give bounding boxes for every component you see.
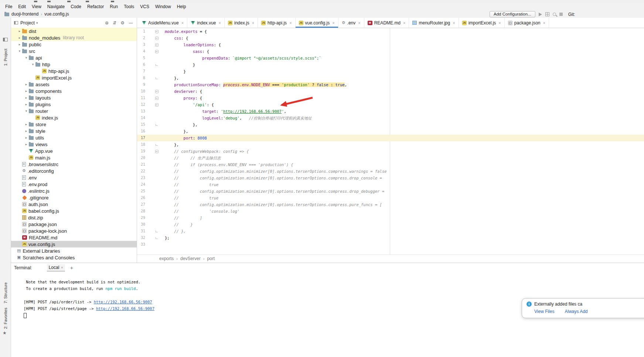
- terminal-tab-local[interactable]: Local×: [47, 264, 65, 272]
- close-icon[interactable]: ×: [252, 21, 254, 25]
- tree-item-utils[interactable]: ▸utils: [11, 134, 137, 141]
- tab-menurouter-jpg[interactable]: menuRouter.jpg×: [409, 18, 459, 28]
- tree-item-plugins[interactable]: ▸plugins: [11, 101, 137, 108]
- tree-item-external-libraries[interactable]: External Libraries: [11, 247, 137, 254]
- fold-collapse-icon[interactable]: −: [155, 97, 159, 100]
- chevron-right-icon[interactable]: ▸: [17, 29, 22, 33]
- code-line[interactable]: 28 // 'console.log': [137, 208, 644, 215]
- code-line[interactable]: 14 logLevel:'debug', //控制台终端打印代理前的真实地址: [137, 115, 644, 121]
- tree-item-vue-config-js[interactable]: vue.config.js: [11, 241, 137, 247]
- fold-end-icon[interactable]: [156, 77, 158, 79]
- close-icon[interactable]: ×: [453, 21, 455, 25]
- code-line[interactable]: 19− // configureWebpack: config => {: [137, 148, 644, 155]
- code-line[interactable]: 2− css: {: [137, 35, 644, 41]
- code-line[interactable]: 32};: [137, 235, 644, 241]
- close-icon[interactable]: ×: [358, 21, 360, 25]
- tree-item-views[interactable]: ▸views: [11, 141, 137, 148]
- tab-index-vue[interactable]: index.vue×: [187, 18, 225, 28]
- tree-item-dist[interactable]: ▸dist: [11, 28, 137, 34]
- tab-http-api-js[interactable]: http-api.js×: [258, 18, 295, 28]
- tab-importexcel-js[interactable]: importExcel.js×: [459, 18, 505, 28]
- code-editor[interactable]: 1−module.exports = {2− css: {3− loaderOp…: [137, 28, 644, 255]
- menu-file[interactable]: File: [2, 3, 15, 10]
- new-terminal-button[interactable]: +: [70, 265, 73, 271]
- fold-end-icon[interactable]: [156, 64, 158, 66]
- menu-navigate[interactable]: Navigate: [44, 3, 68, 10]
- tree-item-browserslistrc[interactable]: .browserslistrc: [11, 161, 137, 168]
- breadcrumb-project[interactable]: duoji-frontend: [11, 11, 38, 17]
- fold-end-icon[interactable]: [156, 144, 158, 146]
- locate-icon[interactable]: ⊕: [105, 20, 109, 26]
- tree-item-editorconfig[interactable]: .editorconfig: [11, 168, 137, 174]
- close-icon[interactable]: ×: [543, 21, 545, 25]
- favorites-star-icon[interactable]: ★: [3, 330, 7, 336]
- fold-collapse-icon[interactable]: −: [155, 90, 159, 93]
- code-line[interactable]: 13 target: 'http://192.168.66.56:9007',: [137, 108, 644, 115]
- crumb-devserver[interactable]: devServer: [180, 256, 201, 261]
- services-icon[interactable]: [545, 12, 549, 16]
- code-line[interactable]: 16 },: [137, 128, 644, 135]
- menu-vcs[interactable]: VCS: [137, 3, 152, 10]
- code-line[interactable]: 1−module.exports = {: [137, 28, 644, 35]
- tree-item-app-vue[interactable]: App.vue: [11, 148, 137, 154]
- crumb-exports[interactable]: exports: [159, 256, 174, 261]
- close-icon[interactable]: ×: [61, 265, 63, 270]
- fold-end-icon[interactable]: [156, 230, 158, 232]
- fold-collapse-icon[interactable]: −: [155, 30, 159, 33]
- close-icon[interactable]: ×: [289, 21, 292, 25]
- tab-env[interactable]: .env×: [338, 18, 364, 28]
- project-tool-window-icon[interactable]: [3, 38, 8, 41]
- close-icon[interactable]: ×: [498, 21, 501, 25]
- code-line[interactable]: 21 // if (process.env.NODE_ENV === 'prod…: [137, 161, 644, 168]
- code-line[interactable]: 3− loaderOptions: {: [137, 41, 644, 48]
- fold-collapse-icon[interactable]: −: [155, 43, 159, 47]
- tree-item-store[interactable]: ▸store: [11, 121, 137, 128]
- code-line[interactable]: 29 // ]: [137, 215, 644, 221]
- code-line[interactable]: 8 },: [137, 75, 644, 81]
- chevron-right-icon[interactable]: ▸: [24, 136, 29, 139]
- menu-window[interactable]: Window: [152, 3, 174, 10]
- tree-item-components[interactable]: ▸components: [11, 88, 137, 94]
- chevron-right-icon[interactable]: ▸: [24, 142, 29, 146]
- chevron-down-icon[interactable]: ▾: [30, 63, 35, 66]
- tree-item-style[interactable]: ▸style: [11, 128, 137, 134]
- tree-item-api[interactable]: ▾api: [11, 54, 137, 61]
- code-line[interactable]: 10− devServer: {: [137, 88, 644, 95]
- code-line[interactable]: 24 // true: [137, 181, 644, 188]
- add-configuration-button[interactable]: Add Configuration...: [490, 11, 535, 17]
- tree-item-eslintrc-js[interactable]: .eslintrc.js: [11, 188, 137, 194]
- code-line[interactable]: 18 },: [137, 141, 644, 148]
- code-line[interactable]: 5 prependData: `@import "~@/assets/scss/…: [137, 55, 644, 61]
- chevron-right-icon[interactable]: ▸: [24, 82, 29, 86]
- search-icon[interactable]: [553, 13, 556, 16]
- code-line[interactable]: 4− sass: {: [137, 48, 644, 55]
- menu-view[interactable]: View: [29, 3, 44, 10]
- code-line[interactable]: 17 port: 8008: [137, 135, 644, 141]
- code-line[interactable]: 9 productionSourceMap: process.env.NODE_…: [137, 81, 644, 88]
- tree-item-node-modules[interactable]: ▸node_moduleslibrary root: [11, 34, 137, 41]
- hide-icon[interactable]: —: [129, 20, 133, 26]
- always-add-link[interactable]: Always Add: [565, 309, 587, 314]
- code-line[interactable]: 20 // // 生产去除日志: [137, 155, 644, 161]
- tree-item-dist-zip[interactable]: dist.zip: [11, 214, 137, 221]
- code-line[interactable]: 12− '/api': {: [137, 101, 644, 108]
- breadcrumb-file[interactable]: vue.config.js: [44, 11, 69, 17]
- close-icon[interactable]: ×: [332, 21, 334, 25]
- code-line[interactable]: 27 // config.optimization.minimizer[0].o…: [137, 201, 644, 208]
- chevron-right-icon[interactable]: ▸: [24, 96, 29, 100]
- tree-item-package-json[interactable]: package.json: [11, 221, 137, 228]
- tree-item-main-js[interactable]: main.js: [11, 154, 137, 161]
- menu-edit[interactable]: Edit: [15, 3, 29, 10]
- chevron-down-icon[interactable]: ▾: [17, 49, 22, 53]
- stop-icon[interactable]: [559, 13, 563, 16]
- menu-help[interactable]: Help: [174, 3, 189, 10]
- chevron-right-icon[interactable]: ▸: [17, 43, 22, 46]
- project-panel-title[interactable]: Project: [20, 20, 35, 26]
- code-line[interactable]: 7 }: [137, 68, 644, 75]
- tree-item-index-js[interactable]: index.js: [11, 114, 137, 121]
- code-line[interactable]: 11− proxy: {: [137, 95, 644, 101]
- git-widget-label[interactable]: Git:: [568, 12, 575, 17]
- tab-index-js[interactable]: index.js×: [225, 18, 258, 28]
- tree-item-http[interactable]: ▾http: [11, 61, 137, 68]
- fold-collapse-icon[interactable]: −: [155, 150, 159, 153]
